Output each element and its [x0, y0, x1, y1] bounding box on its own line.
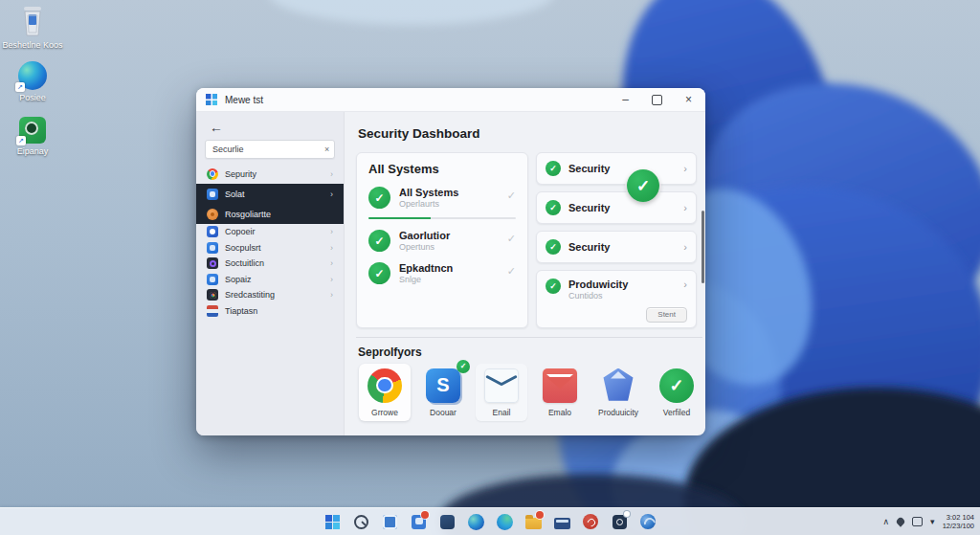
back-button[interactable]: ←: [210, 120, 344, 135]
tray-dropdown-icon[interactable]: ▾: [930, 517, 935, 526]
chevron-right-icon: ›: [330, 189, 333, 199]
start-button[interactable]: [321, 510, 344, 533]
green-check-icon: ✓: [368, 230, 390, 252]
red-app-button[interactable]: [579, 510, 602, 533]
app-label: Grrowe: [371, 408, 398, 417]
taskbar-search-button[interactable]: [349, 510, 372, 533]
status-check-icon: ✓: [507, 230, 516, 245]
tray-frame-icon[interactable]: [912, 517, 923, 526]
tray-pin-icon[interactable]: [895, 516, 905, 526]
search-input[interactable]: [212, 145, 324, 154]
purple-ring-icon: [207, 257, 218, 269]
sidebar-item-label: Sredcastiting: [225, 290, 275, 300]
red-envelope-icon: [543, 368, 577, 403]
file-explorer-button[interactable]: [522, 510, 545, 533]
sidebar: ← × Sepurity › Solat ›: [196, 112, 345, 435]
widgets-button[interactable]: [407, 510, 430, 533]
sidebar-item-sepurity[interactable]: Sepurity ›: [196, 164, 344, 184]
row-subtitle: Operlaurts: [399, 199, 458, 209]
stent-button[interactable]: Stent: [646, 307, 687, 323]
edge-icon: ↗: [18, 61, 47, 90]
status-card-security-1[interactable]: ✓ Security ›: [536, 152, 697, 185]
check-glyph: ✓: [374, 267, 384, 280]
search-clear-icon[interactable]: ×: [324, 145, 329, 154]
app-label: Verfiled: [663, 408, 690, 417]
system-tray: ∧ ▾ 3:02 104 12/23/100: [883, 508, 975, 535]
sidebar-item-socpulsrt[interactable]: Socpulsrt ›: [196, 240, 344, 256]
envelope-icon: [484, 368, 519, 403]
windows-logo-icon: [325, 515, 340, 529]
chevron-right-icon: ›: [683, 163, 687, 174]
chevron-right-icon: ›: [683, 279, 687, 290]
status-card-security-2[interactable]: ✓ Security ›: [536, 191, 697, 224]
sidebar-item-rosgoliartte[interactable]: Rosgoliartte: [196, 204, 344, 224]
system-row[interactable]: ✓ Gaorlutior Opertuns ✓: [368, 230, 516, 252]
task-view-icon: [383, 515, 397, 529]
status-badge: [624, 511, 630, 517]
sidebar-item-sredcastiting[interactable]: Sredcastiting ›: [196, 287, 344, 303]
chevron-right-icon: ›: [330, 258, 333, 268]
verified-badge-icon: ✓: [457, 360, 470, 373]
app-item-grrowe[interactable]: Grrowe: [359, 364, 411, 421]
desktop-icon-label: Posiee: [19, 93, 46, 102]
sidebar-item-solat[interactable]: Solat ›: [196, 184, 344, 204]
app-item-produuicity[interactable]: Produuicity: [592, 364, 644, 421]
blue-app-icon: [207, 274, 218, 285]
page-title: Security Dashboard: [358, 126, 702, 141]
minimize-button[interactable]: –: [622, 94, 629, 105]
desktop-icon-recycle-bin[interactable]: Beshetlne Koos: [2, 5, 63, 50]
chrome-icon: [368, 368, 402, 403]
recycle-bin-icon: [18, 5, 47, 37]
desktop-icon-green-app[interactable]: ↗ Eipanay: [2, 117, 63, 156]
tray-chevron-up-icon[interactable]: ∧: [883, 517, 890, 526]
maximize-button[interactable]: [652, 95, 662, 105]
swirl-app-button[interactable]: [636, 510, 659, 533]
sidebar-item-soctuitlicn[interactable]: Soctuitlicn ›: [196, 256, 344, 272]
shortcut-arrow-badge: ↗: [16, 136, 26, 145]
edge-alt-button[interactable]: [493, 510, 516, 533]
status-card-security-3[interactable]: ✓ Security ›: [536, 231, 697, 263]
main-content: Security Dashboard All Systems ✓ All Sys…: [345, 112, 705, 435]
status-cards-column: ✓ ✓ Security › ✓ Security › ✓: [536, 152, 697, 328]
app-item-emalo[interactable]: Emalo: [534, 364, 586, 421]
window-scrollbar[interactable]: [702, 211, 704, 283]
s-letter: S: [436, 374, 449, 396]
taskbar: ∧ ▾ 3:02 104 12/23/100: [0, 507, 980, 535]
search-box[interactable]: ×: [205, 140, 335, 159]
chevron-right-icon: ›: [330, 227, 333, 236]
green-check-icon: ✓: [546, 239, 561, 255]
sidebar-item-tiaptasn[interactable]: Tiaptasn: [196, 303, 344, 320]
system-row[interactable]: ✓ All Systems Operlaurts ✓: [368, 187, 516, 209]
desktop-icon-label: Beshetlne Koos: [2, 40, 62, 50]
chrome-icon: [207, 168, 218, 180]
task-view-button[interactable]: [378, 510, 401, 533]
app-item-verfiled[interactable]: ✓ Verfiled: [651, 364, 702, 421]
desktop-icon-label: Eipanay: [17, 146, 49, 156]
row-subtitle: Snlge: [399, 275, 453, 284]
verified-check-icon: ✓: [659, 368, 694, 403]
taskbar-clock[interactable]: 3:02 104 12/23/100: [943, 513, 974, 530]
briefcase-app-button[interactable]: [550, 510, 573, 533]
green-check-icon: ✓: [546, 279, 561, 294]
sidebar-item-copoeir[interactable]: Copoeir ›: [196, 224, 344, 240]
security-app-button[interactable]: [435, 510, 458, 533]
titlebar[interactable]: Mewe tst – ×: [196, 88, 705, 112]
camera-app-button[interactable]: [608, 510, 631, 533]
system-row[interactable]: ✓ Epkadtncn Snlge ✓: [368, 262, 516, 284]
big-verified-badge-icon: ✓: [627, 169, 659, 202]
edge-alt-icon: [497, 514, 513, 530]
sidebar-item-sopaiz[interactable]: Sopaiz ›: [196, 272, 344, 288]
chevron-right-icon: ›: [683, 241, 687, 253]
app-item-doouar[interactable]: S ✓ Doouar: [417, 364, 469, 421]
close-button[interactable]: ×: [685, 94, 692, 105]
app-item-enail[interactable]: Enail: [476, 364, 527, 421]
check-glyph: ✓: [549, 164, 557, 173]
edge-button[interactable]: [464, 510, 487, 533]
status-card-title: Security: [568, 163, 610, 174]
app-label: Emalo: [548, 408, 571, 417]
check-glyph: ✓: [669, 375, 683, 396]
desktop-icon-edge[interactable]: ↗ Posiee: [2, 61, 63, 102]
window-title: Mewe tst: [225, 95, 263, 105]
status-card-productivity[interactable]: ✓ Produwicity Cuntidos › Stent: [536, 270, 697, 328]
app-window-icon: [206, 94, 217, 105]
